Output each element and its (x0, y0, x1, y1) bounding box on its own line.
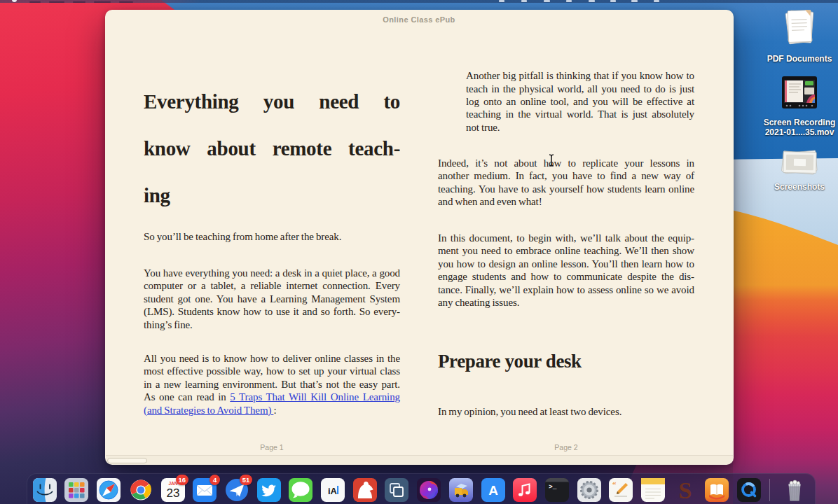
hyperlink[interactable]: 5 Traps That Will Kill Online Learning (230, 391, 400, 402)
desktop-icon-screenshots[interactable]: Screenshots (754, 144, 838, 192)
text-line: ing (144, 172, 400, 219)
dock-item-quicktime[interactable] (737, 478, 761, 502)
text-line: All you need is to know how to deliver o… (144, 352, 400, 365)
status-menu-icon[interactable] (566, 0, 572, 2)
finder-icon (33, 478, 57, 502)
dock-item-chrome[interactable] (129, 478, 153, 502)
notification-badge: 4 (210, 475, 220, 485)
menu-item-mark (94, 1, 111, 3)
text-line: So you’ll be teaching from home after th… (144, 230, 400, 243)
safari-icon (97, 478, 121, 502)
text-line: teaching. You have to ask yourself how s… (438, 183, 694, 195)
dock-item-system-preferences[interactable] (577, 478, 601, 502)
dock-item-finder[interactable] (33, 478, 57, 502)
desktop-icon-screen-recording[interactable]: Screen Recording 2021-01....35.mov (754, 75, 838, 137)
text-line: thing’s fine. (144, 318, 400, 331)
text-line: you how to design an online lesson. You’… (438, 258, 694, 270)
text-segment: another medium. In fact, you have to fin… (438, 170, 694, 181)
text-line: teach in the physical world, all you nee… (466, 83, 694, 95)
music-icon (513, 478, 537, 502)
app-store-icon: A (481, 478, 505, 502)
text-line: student got one. You have a Learning Man… (144, 293, 400, 305)
text-line: (LMS). Students know how to use it and s… (144, 305, 400, 318)
page2-quote: Another big pitfall is thinking that if … (466, 69, 694, 134)
twitter-icon (257, 478, 281, 502)
svg-text:iA: iA (328, 485, 338, 496)
text-line: log onto an online tool, and you will be… (466, 95, 694, 108)
page2-paragraph-opinion: In my opinion, you need at least two dev… (438, 405, 694, 418)
text-line: teaching in the virtual world. That is j… (466, 108, 694, 120)
dock-item-spiral-media[interactable] (417, 478, 441, 502)
screen-recording-icon (754, 75, 838, 114)
horizontal-scrollbar-thumb[interactable] (107, 458, 147, 463)
text-segment: engage students and how to communicate d… (438, 271, 694, 282)
window-title: Online Class ePub (105, 15, 734, 24)
dock-item-trash[interactable] (783, 478, 806, 502)
status-menu-icon[interactable] (631, 0, 638, 2)
status-menu-icon[interactable] (544, 0, 550, 2)
apple-menu-icon[interactable] (12, 0, 17, 2)
text-segment: student got one. You have a Learning Man… (144, 293, 400, 304)
dock-item-calendar[interactable]: JAN 23 16 (161, 478, 185, 502)
dock-item-pages[interactable]: “ (609, 478, 633, 502)
bear-icon (353, 478, 377, 502)
text-segment: As one can read in (144, 391, 230, 402)
status-menu-icon[interactable] (654, 0, 659, 2)
text-segment: log onto an online tool, and you will be… (466, 96, 694, 107)
status-menu-icon[interactable] (610, 0, 616, 2)
text-segment: : (273, 405, 276, 416)
text-line: not true. (466, 121, 694, 134)
text-segment: not true. (466, 122, 500, 133)
text-line: and when and even what! (438, 195, 694, 208)
text-line: As one can read in 5 Traps That Will Kil… (144, 391, 400, 403)
text-segment: ing (144, 184, 170, 206)
svg-text:“: “ (612, 480, 617, 489)
dock-item-app-store[interactable]: A (481, 478, 505, 502)
notification-badge: 16 (176, 475, 188, 485)
status-menu-icon[interactable] (499, 0, 504, 2)
scrivener-icon: S (673, 478, 697, 502)
chrome-icon (129, 478, 153, 502)
text-line: In this document, to begin with, we’ll t… (438, 232, 694, 244)
text-segment: know about remote teach- (144, 137, 400, 160)
status-menu-icon[interactable] (521, 0, 527, 2)
epub-window: Online Class ePub Everything you need to… (105, 10, 734, 465)
menu-bar (0, 0, 838, 3)
status-menu-icon[interactable] (589, 0, 595, 2)
desktop: { "colors": { "page_bg": "#f8f1e2", "lin… (0, 0, 838, 504)
desktop-icon-pdf-documents[interactable]: PDF Documents (754, 8, 838, 64)
screenshots-icon (754, 144, 838, 178)
text-line: Another big pitfall is thinking that if … (466, 69, 694, 82)
dock-item-screens[interactable] (385, 478, 408, 502)
dock-item-safari[interactable] (97, 478, 121, 502)
dock-item-spark[interactable]: 51 (225, 478, 249, 502)
hyperlink[interactable]: (and Strategies to Avoid Them) (144, 405, 273, 416)
ia-writer-icon: iA (321, 478, 345, 502)
text-segment: in a new learning environment. But that’… (144, 379, 400, 390)
menu-item-mark (49, 1, 64, 3)
dock-item-ia-writer[interactable]: iA (321, 478, 345, 502)
dock-item-mail[interactable]: 4 (193, 478, 217, 502)
svg-text:A: A (488, 483, 498, 498)
dock: JAN 23 16 4 51 (27, 473, 816, 504)
dock-item-launchpad[interactable] (64, 478, 88, 502)
text-line: another medium. In fact, you have to fin… (438, 169, 694, 182)
page2-paragraph-indeed: Indeed, it’s not about how to replicate … (438, 157, 694, 209)
dock-item-notes[interactable] (641, 478, 665, 502)
dock-item-books[interactable] (705, 478, 729, 502)
menu-item-mark (29, 1, 41, 3)
trash-icon (783, 478, 806, 502)
text-segment: teach in the physical world, all you nee… (466, 83, 694, 94)
dock-item-messages[interactable] (289, 478, 312, 502)
messages-icon (289, 478, 312, 502)
dock-item-music[interactable] (513, 478, 537, 502)
horizontal-scrollbar-track[interactable] (106, 455, 733, 464)
dock-item-scrivener[interactable]: S (673, 478, 697, 502)
dock-item-transmit[interactable] (449, 478, 473, 502)
text-segment: teaching in the virtual world. That is j… (466, 108, 694, 120)
dock-item-bear[interactable] (353, 478, 377, 502)
desktop-icon-label: Screen Recording 2021-01....35.mov (754, 118, 838, 137)
text-line: computer or a tablet, a reliable interne… (144, 279, 400, 292)
dock-item-twitter[interactable] (257, 478, 281, 502)
dock-item-terminal[interactable]: >_ (545, 478, 569, 502)
